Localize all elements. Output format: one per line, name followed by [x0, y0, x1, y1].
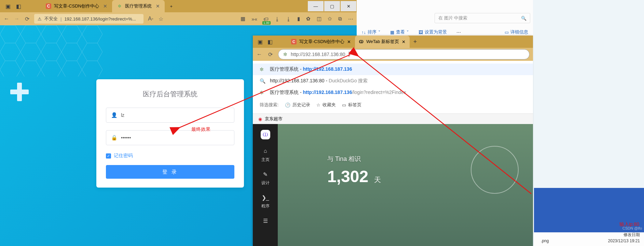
file-ext: .png [541, 238, 549, 243]
close-icon[interactable]: ✕ [402, 39, 406, 44]
tab-label: 写文章-CSDN创作中心 [54, 3, 99, 9]
workspace-icon[interactable]: ▣ [5, 3, 11, 10]
url-text: 192.168.187.136/login?redirect=%... [64, 16, 136, 22]
tab-csdn[interactable]: C 写文章-CSDN创作中心 ✕ [287, 36, 355, 48]
search-icon[interactable]: 🔍 [521, 16, 526, 21]
screenshot-icon[interactable]: ⧉ [338, 16, 342, 22]
sidebar-design[interactable]: ✎设计 [253, 167, 278, 188]
favicon-w-icon: Ⲱ [359, 39, 364, 44]
sidebar-code[interactable]: ❯_程序 [253, 190, 278, 211]
quick-bar: ◉ 京东超市 [253, 114, 533, 124]
search-icon: 🔍 [260, 78, 266, 84]
details-button[interactable]: ▭ 详细信息 [505, 29, 528, 35]
filter-favorites[interactable]: ☆ 收藏夹 [316, 102, 336, 108]
window-controls: ― ▢ ✕ [307, 0, 357, 12]
app-icon: Ⲱ [261, 130, 270, 139]
close-button[interactable]: ✕ [341, 1, 356, 11]
favicon-c-icon: C [291, 39, 297, 44]
suggestion-row[interactable]: ✼ 医疗管理系统 - http://192.168.187.136/login?… [253, 87, 533, 98]
favorites-icon[interactable]: ✩ [328, 16, 332, 22]
workspace-icons: ▣ ◧ [0, 3, 41, 10]
view-button[interactable]: ▦ 查看 ˅ [390, 29, 409, 35]
password-input[interactable] [121, 135, 229, 140]
tab-wetab[interactable]: Ⲱ WeTab 新标签页 ✕ [355, 36, 410, 48]
jd-icon[interactable]: ◉ [258, 117, 262, 122]
new-tab-button[interactable]: + [165, 1, 177, 11]
remember-row[interactable]: ✓ 记住密码 [106, 153, 234, 159]
favicon-c-icon: C [46, 3, 51, 9]
design-icon: ✎ [261, 169, 270, 179]
wetab-page: Ⲱ ⌂主页 ✎设计 ❯_程序 ☰ 与 Tina 相识 1,302 天 [253, 124, 533, 246]
refresh-icon[interactable]: ⟳ [24, 16, 30, 22]
sidebar-app[interactable]: Ⲱ [253, 127, 278, 142]
quickbar-item[interactable]: 京东超市 [265, 116, 283, 122]
filter-tabs[interactable]: ▭ 标签页 [342, 102, 361, 108]
maximize-button[interactable]: ▢ [324, 1, 340, 11]
date-value: 2023/12/13 19:21 [608, 238, 640, 243]
close-icon[interactable]: ✕ [347, 39, 351, 44]
download-icon[interactable]: ⭳ [275, 16, 280, 22]
new-tab-button[interactable]: + [410, 38, 421, 45]
forward-icon: → [14, 16, 20, 22]
close-icon[interactable]: ✕ [156, 3, 160, 9]
username-input[interactable] [121, 112, 229, 118]
tabs-icon[interactable]: ◧ [16, 3, 21, 10]
wetab-sidebar: Ⲱ ⌂主页 ✎设计 ❯_程序 ☰ [253, 124, 278, 246]
hex-background [0, 25, 102, 77]
svg-rect-1 [0, 25, 102, 77]
more-icon: ☰ [261, 216, 270, 226]
refresh-icon[interactable]: ⟳ [267, 51, 273, 57]
warning-icon: ⚠ [38, 16, 42, 22]
url-box[interactable]: ⚠ 不安全 | 192.168.187.136/login?redirect=%… [34, 14, 143, 24]
suggestion-row[interactable]: 🔍 http://192.168.187.136:80 - DuckDuckGo… [253, 75, 533, 87]
filter-history[interactable]: 🕑 历史记录 [285, 102, 310, 108]
tab-csdn[interactable]: C 写文章-CSDN创作中心 ✕ [41, 0, 112, 12]
leaf-icon: ✼ [260, 67, 266, 72]
widget-unit: 天 [374, 176, 381, 183]
download2-icon[interactable]: ⭳ [286, 16, 291, 22]
left-url-bar: ← → ⟳ ⚠ 不安全 | 192.168.187.136/login?redi… [0, 12, 357, 25]
url-input-box[interactable]: ✼ http://192.168.187.136:80 [278, 49, 530, 59]
back-icon[interactable]: ← [3, 16, 10, 22]
sort-button[interactable]: ↑↓ 排序 ˅ [361, 29, 381, 35]
collections-icon[interactable]: ◫ [317, 16, 321, 22]
days-widget: 与 Tina 相识 1,302 天 [327, 155, 381, 186]
explorer-top-panel: 在 图片 中搜索 🔍 ↑↓ 排序 ˅ ▦ 查看 ˅ 🖼 设置为背景 ⋯ ▭ 详细… [357, 0, 533, 36]
workspace-icon[interactable]: ▣ [258, 39, 263, 45]
watermark: CSDN @lfo [622, 226, 642, 230]
reader-icon[interactable]: A» [148, 16, 154, 22]
favicon-leaf-icon: ✼ [117, 3, 122, 9]
login-title: 医疗后台管理系统 [106, 90, 234, 99]
tab-medical[interactable]: ✼ 医疗管理系统 ✕ [112, 0, 165, 12]
price-icon[interactable]: 🏷1.00 [263, 16, 269, 22]
medical-cross-icon [8, 80, 31, 104]
sidebar-more[interactable]: ☰ [253, 214, 278, 228]
more-button[interactable]: ⋯ [456, 30, 461, 35]
minimize-button[interactable]: ― [308, 1, 324, 11]
url-text: http://192.168.187.136:80 [291, 52, 345, 57]
tab-label: 写文章-CSDN创作中心 [299, 39, 344, 45]
book-icon[interactable]: ▮ [297, 16, 300, 22]
password-row[interactable]: 🔒 [106, 130, 234, 145]
tabs-icon[interactable]: ◧ [268, 39, 273, 45]
back-icon[interactable]: ← [256, 51, 262, 57]
login-button[interactable]: 登 录 [106, 165, 234, 179]
star-icon[interactable]: ☆ [158, 16, 164, 22]
close-icon[interactable]: ✕ [103, 3, 107, 9]
checkbox-icon[interactable]: ✓ [106, 153, 111, 159]
extensions-icon[interactable]: ✿ [306, 16, 311, 22]
arrow-label-final: 最终效果 [191, 126, 210, 133]
security-label: 不安全 [44, 16, 58, 22]
wallpaper-button[interactable]: 🖼 设置为背景 [419, 29, 447, 35]
sidebar-home[interactable]: ⌂主页 [253, 144, 278, 165]
menu-icon[interactable]: ⋯ [348, 16, 353, 22]
widget-number: 1,302 [327, 167, 368, 186]
suggestion-row[interactable]: ✼ 医疗管理系统 - http://192.168.187.136 [253, 64, 533, 75]
username-row[interactable]: 👤 [106, 108, 234, 123]
explorer-toolbar: ↑↓ 排序 ˅ ▦ 查看 ˅ 🖼 设置为背景 ⋯ ▭ 详细信息 [357, 29, 533, 36]
explorer-search[interactable]: 在 图片 中搜索 🔍 [435, 13, 530, 23]
right-url-bar: ← ⟳ ✼ http://192.168.187.136:80 [253, 48, 533, 61]
remember-label: 记住密码 [114, 153, 133, 159]
arrows-icon[interactable]: »« [251, 16, 257, 22]
grid-icon[interactable]: ▦ [241, 16, 245, 22]
